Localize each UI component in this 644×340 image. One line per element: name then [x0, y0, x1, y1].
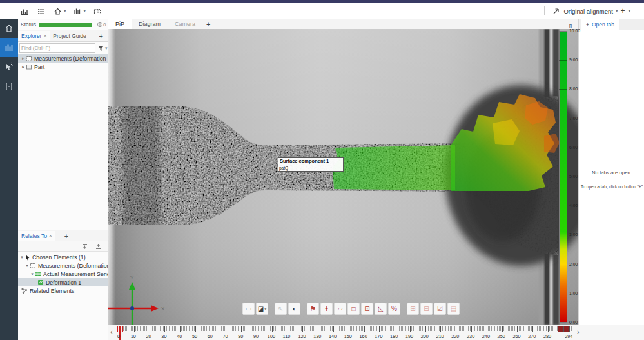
find-input[interactable] [19, 43, 95, 53]
alignment-icon[interactable] [550, 6, 561, 16]
tab-project-guide[interactable]: Project Guide [50, 31, 90, 41]
secondary-tab-bar: + Open tab [579, 19, 644, 30]
scale-value-label: 9.00 [569, 57, 578, 62]
explorer-tree: ▸ Measurements (Deformation 1) ▸ Part [18, 54, 108, 71]
part-icon [26, 63, 32, 70]
validate-button[interactable]: ☑ [434, 303, 446, 315]
create-marker-button[interactable]: Ŧ [320, 303, 333, 315]
copy-report-button[interactable]: ▤ [447, 303, 460, 315]
open-tab-button[interactable]: + Open tab [581, 19, 619, 30]
report-list-icon[interactable] [35, 6, 46, 16]
home-icon[interactable] [52, 6, 63, 16]
alignment-caret-icon[interactable]: ▾ [616, 8, 618, 14]
tab-diagram[interactable]: Diagram [132, 19, 168, 29]
add-alignment-button[interactable]: + [620, 6, 625, 15]
tree-item-chosen-elements[interactable]: ▾ Chosen Elements (1) [18, 253, 110, 261]
open-tab-label: Open tab [592, 21, 614, 28]
alignment-select[interactable]: Original alignment [563, 8, 613, 15]
expand-selection-button[interactable]: ⊞ [407, 303, 419, 315]
user-account-icon[interactable] [641, 6, 644, 16]
add-tab-button[interactable]: + [64, 232, 68, 240]
expand-arrow-icon[interactable]: ▸ [21, 65, 26, 70]
tree-item-measurements[interactable]: ▸ Measurements (Deformation 1) [18, 54, 111, 63]
expand-arrow-icon[interactable]: ▾ [19, 255, 24, 260]
create-image-section-button[interactable]: ⊡ [361, 303, 373, 315]
tree-item-related-elements[interactable]: Related Elements [18, 286, 111, 295]
stage-label: 10 [131, 334, 136, 339]
stage-major-tick [180, 326, 181, 332]
create-relation-button[interactable]: % [388, 303, 400, 315]
toolbar-separator [544, 6, 545, 15]
viewer-toolbar: ▭◪▾↖◐⚑Ŧ▱□⊡◺%⊞⊟☑▤ [242, 303, 460, 315]
stage-label: 100 [268, 334, 275, 339]
image-display-button[interactable]: ◪▾ [256, 303, 268, 315]
view-tab-bar: PiP Diagram Camera + [108, 19, 578, 30]
cursor-icon [24, 254, 30, 261]
expand-arrow-icon[interactable]: ▾ [24, 263, 30, 268]
chart-icon[interactable] [18, 6, 30, 16]
scale-value-label: 10.00 [569, 28, 580, 33]
select-mode-button[interactable]: ↖ [275, 303, 287, 315]
tab-explorer[interactable]: Explorer × [18, 31, 50, 41]
previous-stage-button[interactable]: ‹ [110, 328, 113, 335]
create-pin-button[interactable]: ⚑ [307, 303, 319, 315]
stage-major-tick [272, 326, 273, 332]
annotation-display-button[interactable]: ▭ [242, 303, 255, 315]
nav-report-button[interactable] [0, 77, 18, 96]
create-surface-component-button[interactable]: □ [347, 303, 360, 315]
surface-component-annotation[interactable]: Surface component 1 patQ [278, 157, 344, 172]
nav-measurements-button[interactable] [0, 38, 18, 57]
tab-close-icon[interactable]: × [49, 233, 52, 239]
stage-major-tick [517, 326, 518, 332]
explorer-tab-bar: Explorer × Project Guide + [18, 30, 108, 42]
shrink-selection-button[interactable]: ⊟ [420, 303, 433, 315]
expand-arrow-icon[interactable]: ▾ [30, 272, 35, 277]
histogram-icon[interactable] [72, 6, 83, 16]
add-tab-button[interactable]: + [99, 32, 103, 40]
stage-ruler[interactable]: 0102030405060708090100110120130140150160… [119, 326, 574, 340]
scale-value-label: 1.00 [569, 291, 578, 295]
main-toolbar: ▾ ▾ Original alignment ▾ + ▾ [0, 3, 644, 19]
create-tag-button[interactable]: ▱ [334, 303, 346, 315]
tab-pip[interactable]: PiP [108, 19, 132, 29]
histogram-caret-icon[interactable]: ▾ [84, 8, 86, 14]
stage-label: 260 [512, 334, 520, 339]
expand-all-icon[interactable] [95, 243, 102, 250]
stage-label: 50 [192, 334, 197, 339]
stage-counter-value: 0 [103, 22, 106, 28]
create-angle-button[interactable]: ◺ [375, 303, 387, 315]
stage-label: 240 [482, 334, 490, 339]
nav-inspection-button[interactable] [0, 57, 18, 77]
workspace-layout-icon[interactable] [91, 6, 102, 16]
tree-item-part[interactable]: ▸ Part [18, 63, 111, 71]
tree-item-rel-measurements[interactable]: ▾ Measurements (Deformation 1) [18, 261, 115, 270]
nav-home-button[interactable] [0, 19, 18, 38]
filter-caret-icon[interactable]: ▾ [105, 46, 108, 51]
stage-label: 190 [405, 334, 413, 339]
add-view-tab-button[interactable]: + [206, 20, 210, 28]
expand-arrow-icon[interactable]: ▸ [21, 56, 26, 61]
stage-label: 40 [177, 334, 182, 339]
next-stage-button[interactable]: › [577, 328, 580, 335]
stage-major-tick [440, 326, 441, 332]
stage-label: 30 [161, 334, 166, 339]
tab-relates-to[interactable]: Relates To × [18, 231, 55, 241]
tab-camera[interactable]: Camera [168, 19, 202, 29]
tree-item-label: Related Elements [30, 288, 74, 294]
relates-tab-bar: Relates To × + [18, 230, 108, 242]
filter-icon[interactable] [97, 45, 104, 52]
contrast-button[interactable]: ◐ [288, 303, 300, 315]
scale-value-label: 2.00 [569, 262, 578, 266]
tree-item-actual-series[interactable]: ▾ Actual Measurement Series [18, 270, 120, 278]
add-alignment-caret-icon[interactable]: ▾ [628, 8, 630, 14]
measurement-viewport[interactable]: X Y Surface component 1 patQ ▭◪▾↖◐⚑Ŧ▱□⊡◺… [108, 29, 578, 325]
home-caret-icon[interactable]: ▾ [64, 8, 66, 14]
explorer-panel: Status 0 Explorer × Project Guide + ▾ ▸ [18, 19, 109, 340]
stage-major-tick [410, 326, 411, 332]
scale-value-label: 4.00 [569, 203, 578, 208]
stage-major-tick [569, 326, 570, 332]
stage-label: 270 [528, 334, 536, 339]
collapse-all-icon[interactable] [81, 243, 88, 250]
stage-label: 230 [467, 334, 474, 339]
tab-close-icon[interactable]: × [44, 33, 47, 39]
